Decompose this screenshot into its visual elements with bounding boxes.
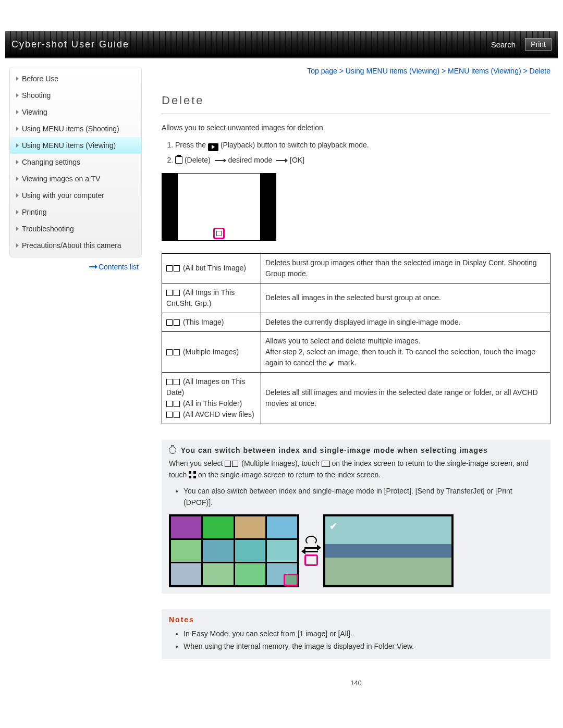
checkmark-icon: ✔ [329, 521, 337, 532]
index-single-switch-illustration: ✔ [169, 514, 543, 587]
checkmark-icon: ✔ [328, 360, 336, 367]
chevron-right-icon [16, 243, 19, 248]
sidebar: Before Use Shooting Viewing Using MENU i… [5, 67, 146, 718]
table-row: (All but This Image) Deletes burst group… [162, 253, 550, 283]
sidebar-item-label: Using MENU items (Viewing) [22, 141, 116, 150]
trash-icon [166, 349, 173, 355]
sidebar-item-printing[interactable]: Printing [10, 204, 141, 220]
page-title: Delete [162, 94, 550, 107]
single-image-icon [322, 461, 330, 467]
chevron-right-icon [16, 210, 19, 214]
sidebar-item-label: Viewing [22, 108, 47, 116]
search-link[interactable]: Search [491, 40, 516, 49]
note-item: In Easy Mode, you can select from [1 ima… [183, 628, 543, 640]
intro-text: Allows you to select unwanted images for… [162, 124, 550, 132]
chevron-right-icon [16, 177, 19, 181]
table-row: (This Image) Deletes the currently displ… [162, 313, 550, 331]
table-row: (All Images on This Date) (All in This F… [162, 372, 550, 424]
chevron-right-icon [16, 227, 19, 231]
step-2: (Delete) desired mode [OK] [175, 154, 550, 166]
header: Cyber-shot User Guide Search Print [5, 31, 558, 58]
thumbnail-grid [169, 514, 299, 587]
print-button[interactable]: Print [525, 38, 552, 51]
sidebar-item-label: Precautions/About this camera [22, 241, 121, 250]
step-1: Press the (Playback) button to switch to… [175, 139, 550, 151]
trash-icon [225, 461, 231, 467]
tip-bullet: You can also switch between index and si… [183, 485, 543, 509]
contents-list-link[interactable]: Contents list [9, 257, 142, 276]
sidebar-item-label: Changing settings [22, 158, 80, 166]
sidebar-item-tv[interactable]: Viewing images on a TV [10, 170, 141, 187]
folder-icon [174, 401, 180, 407]
multi-icon [174, 349, 180, 355]
sidebar-item-before-use[interactable]: Before Use [10, 70, 141, 87]
options-table: (All but This Image) Deletes burst group… [162, 253, 550, 424]
trash-icon [166, 401, 173, 407]
contents-list-label: Contents list [99, 263, 139, 271]
arrow-right-icon [89, 266, 95, 267]
chevron-right-icon [16, 77, 19, 81]
avchd-icon [174, 412, 180, 418]
sidebar-item-label: Viewing images on a TV [22, 175, 100, 183]
sidebar-item-label: Using MENU items (Shooting) [22, 125, 119, 133]
burst-icon [174, 265, 180, 272]
trash-icon [175, 156, 182, 164]
single-icon [174, 319, 180, 326]
sidebar-item-precautions[interactable]: Precautions/About this camera [10, 237, 141, 254]
lightbulb-icon [169, 447, 176, 454]
playback-icon [208, 143, 218, 151]
steps-list: Press the (Playback) button to switch to… [162, 139, 550, 166]
sidebar-item-label: Using with your computer [22, 191, 104, 200]
multi-icon [232, 461, 238, 467]
highlighted-delete-button [213, 228, 225, 239]
trash-icon [166, 265, 173, 272]
chevron-right-icon [16, 93, 19, 97]
table-row: (All Imgs in This Cnt.Sht. Grp.) Deletes… [162, 283, 550, 313]
trash-icon [166, 319, 173, 326]
arrow-right-icon [304, 547, 318, 549]
chevron-right-icon [16, 193, 19, 198]
sidebar-item-menu-shooting[interactable]: Using MENU items (Shooting) [10, 120, 141, 137]
date-icon [174, 379, 180, 385]
chevron-right-icon [16, 127, 19, 131]
chevron-right-icon [16, 143, 19, 147]
tip-heading: You can switch between index and single-… [181, 446, 488, 454]
sidebar-item-changing-settings[interactable]: Changing settings [10, 154, 141, 170]
trash-icon [166, 290, 173, 296]
trash-icon [216, 231, 222, 236]
chevron-right-icon [16, 110, 19, 114]
sidebar-item-label: Before Use [22, 75, 58, 83]
sidebar-item-label: Printing [22, 208, 46, 216]
sidebar-item-computer[interactable]: Using with your computer [10, 187, 141, 204]
note-item: When using the internal memory, the imag… [183, 640, 543, 653]
sidebar-item-label: Shooting [22, 91, 51, 100]
arrow-left-icon [304, 551, 318, 552]
burst-icon [174, 290, 180, 296]
sidebar-item-label: Troubleshooting [22, 225, 74, 233]
switch-icon [305, 536, 317, 545]
tip-box: You can switch between index and single-… [162, 440, 550, 594]
single-image-view: ✔ [323, 514, 454, 587]
guide-title: Cyber-shot User Guide [11, 39, 129, 50]
sidebar-item-shooting[interactable]: Shooting [10, 87, 141, 104]
sidebar-item-menu-viewing[interactable]: Using MENU items (Viewing) [10, 137, 141, 154]
highlighted-single-button [284, 574, 298, 586]
breadcrumb[interactable]: Top page > Using MENU items (Viewing) > … [162, 67, 550, 75]
notes-heading: Notes [169, 615, 543, 624]
arrow-right-icon [215, 160, 224, 161]
table-row: (Multiple Images) Allows you to select a… [162, 331, 550, 372]
delete-illustration [162, 173, 276, 241]
trash-icon [166, 379, 173, 385]
chevron-right-icon [16, 160, 19, 164]
sidebar-item-troubleshooting[interactable]: Troubleshooting [10, 220, 141, 237]
highlighted-index-button [304, 554, 318, 566]
main-content: Top page > Using MENU items (Viewing) > … [146, 67, 558, 718]
index-grid-icon [189, 471, 196, 478]
sidebar-item-viewing[interactable]: Viewing [10, 104, 141, 120]
trash-icon [166, 412, 173, 418]
page-number: 140 [162, 675, 550, 697]
notes-box: Notes In Easy Mode, you can select from … [162, 609, 550, 659]
arrow-right-icon [276, 160, 286, 161]
